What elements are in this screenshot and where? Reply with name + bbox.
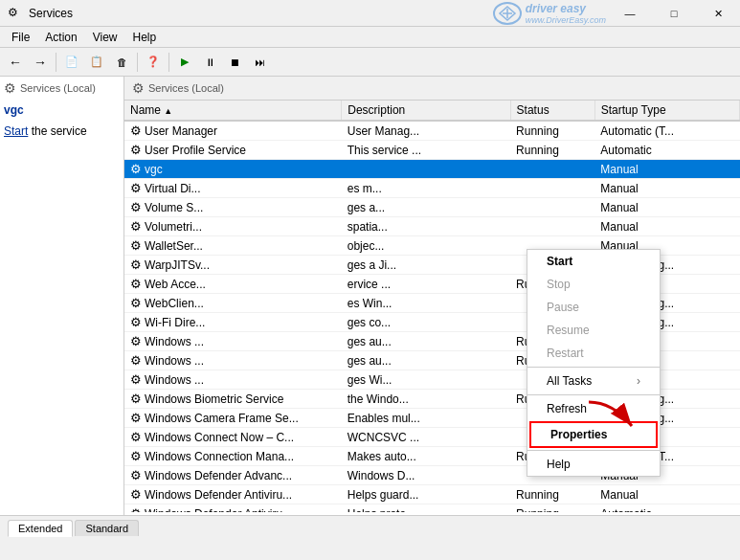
main-content: ⚙ Services (Local) vgc Start the service… bbox=[0, 77, 740, 515]
left-panel-title: Services (Local) bbox=[20, 82, 96, 94]
service-gear-icon: ⚙ bbox=[130, 411, 142, 425]
minimize-button[interactable]: — bbox=[608, 0, 652, 27]
export-button[interactable]: 🗑 bbox=[110, 51, 133, 74]
service-name-cell: ⚙Wi-Fi Dire... bbox=[124, 313, 342, 332]
context-menu-item-all-tasks[interactable]: All Tasks› bbox=[527, 370, 660, 392]
service-status-cell bbox=[510, 179, 594, 198]
context-menu-sep-7 bbox=[527, 394, 660, 395]
service-desc-cell: es Win... bbox=[342, 294, 510, 313]
table-row[interactable]: ⚙User ManagerUser Manag...RunningAutomat… bbox=[124, 121, 740, 141]
service-name-cell: ⚙Windows Defender Antiviru... bbox=[124, 485, 342, 504]
service-desc-cell: This service ... bbox=[342, 141, 510, 160]
start-service-button[interactable]: ▶ bbox=[173, 51, 196, 74]
forward-button[interactable]: → bbox=[29, 51, 52, 74]
service-gear-icon: ⚙ bbox=[130, 392, 142, 406]
service-startup-cell: Manual bbox=[594, 485, 739, 504]
back-button[interactable]: ← bbox=[4, 51, 27, 74]
table-row[interactable]: ⚙Virtual Di...es m...Manual bbox=[124, 179, 740, 198]
table-row[interactable]: ⚙User Profile ServiceThis service ...Run… bbox=[124, 141, 740, 160]
col-header-status[interactable]: Status bbox=[510, 101, 594, 121]
context-menu-item-help[interactable]: Help bbox=[527, 453, 660, 476]
driveasy-text: driver easy www.DriverEasy.com bbox=[526, 2, 606, 25]
service-gear-icon: ⚙ bbox=[130, 277, 142, 291]
table-row[interactable]: ⚙Volumetri...spatia...Manual bbox=[124, 217, 740, 236]
stop-service-button[interactable]: ⏹ bbox=[223, 51, 246, 74]
service-name-cell: ⚙User Manager bbox=[124, 121, 342, 141]
context-menu-sep-10 bbox=[527, 450, 660, 451]
col-header-desc[interactable]: Description bbox=[342, 101, 510, 121]
help-button[interactable]: ❓ bbox=[142, 51, 165, 74]
service-name-cell: ⚙Windows ... bbox=[124, 351, 342, 370]
menu-view[interactable]: View bbox=[85, 29, 125, 46]
right-panel[interactable]: ⚙ Services (Local) Name ▲ Description St… bbox=[124, 77, 740, 515]
service-gear-icon: ⚙ bbox=[130, 353, 142, 368]
title-bar-text: Services bbox=[29, 7, 73, 20]
service-desc-cell: spatia... bbox=[342, 217, 510, 236]
context-menu-item-resume: Resume bbox=[527, 319, 660, 342]
table-header-row: Name ▲ Description Status Startup Type bbox=[124, 101, 740, 121]
maximize-button[interactable]: □ bbox=[652, 0, 696, 27]
service-gear-icon: ⚙ bbox=[130, 238, 142, 253]
service-status-cell: Running bbox=[510, 141, 594, 160]
service-startup-cell: Manual bbox=[594, 217, 739, 236]
show-console-tree-button[interactable]: 📄 bbox=[60, 51, 83, 74]
service-gear-icon: ⚙ bbox=[130, 162, 142, 176]
submenu-arrow-icon: › bbox=[637, 374, 640, 388]
pause-service-button[interactable]: ⏸ bbox=[198, 51, 221, 74]
service-startup-cell: Manual bbox=[594, 160, 739, 179]
menu-bar: File Action View Help bbox=[0, 27, 740, 48]
service-status-cell: Running bbox=[510, 121, 594, 141]
service-gear-icon: ⚙ bbox=[130, 219, 142, 234]
service-name-cell: ⚙vgc bbox=[124, 160, 342, 179]
tab-extended[interactable]: Extended bbox=[8, 520, 73, 537]
service-name-cell: ⚙Volume S... bbox=[124, 198, 342, 217]
menu-action[interactable]: Action bbox=[37, 29, 84, 46]
service-name-cell: ⚙Windows Defender Antiviru... bbox=[124, 504, 342, 513]
table-row[interactable]: ⚙vgcManual bbox=[124, 160, 740, 179]
context-menu-item-start[interactable]: Start bbox=[527, 250, 660, 273]
service-desc-cell: Enables mul... bbox=[342, 409, 510, 428]
service-name-cell: ⚙Windows ... bbox=[124, 370, 342, 390]
service-name-cell: ⚙Windows Biometric Service bbox=[124, 390, 342, 409]
service-status-cell: Running bbox=[510, 485, 594, 504]
bottom-tabs: Extended Standard bbox=[0, 515, 740, 536]
service-name-cell: ⚙WebClien... bbox=[124, 294, 342, 313]
arrow-indicator bbox=[584, 397, 641, 438]
right-panel-title: Services (Local) bbox=[148, 82, 224, 94]
table-row[interactable]: ⚙Windows Defender Antiviru...Helps guard… bbox=[124, 485, 740, 504]
service-startup-cell: Manual bbox=[594, 179, 739, 198]
service-gear-icon: ⚙ bbox=[130, 430, 142, 444]
menu-help[interactable]: Help bbox=[125, 29, 165, 46]
table-row[interactable]: ⚙Volume S...ges a...Manual bbox=[124, 198, 740, 217]
service-desc-cell: Helps guard... bbox=[342, 485, 510, 504]
service-desc-cell: ges a Ji... bbox=[342, 256, 510, 275]
title-bar-controls: — □ ✕ bbox=[608, 0, 740, 27]
service-gear-icon: ⚙ bbox=[130, 334, 142, 348]
service-name-cell: ⚙Virtual Di... bbox=[124, 179, 342, 198]
service-desc-cell bbox=[342, 160, 510, 179]
start-link[interactable]: Start bbox=[4, 124, 28, 138]
service-name-cell: ⚙Windows Connect Now – C... bbox=[124, 428, 342, 447]
menu-file[interactable]: File bbox=[4, 29, 37, 46]
service-name-cell: ⚙Windows ... bbox=[124, 332, 342, 351]
service-name-cell: ⚙Windows Connection Mana... bbox=[124, 447, 342, 466]
col-header-startup[interactable]: Startup Type bbox=[594, 101, 739, 121]
service-gear-icon: ⚙ bbox=[130, 181, 142, 195]
service-desc-cell: WCNCSVC ... bbox=[342, 428, 510, 447]
service-desc-cell: objec... bbox=[342, 236, 510, 256]
service-name-cell: ⚙WarpJITSv... bbox=[124, 256, 342, 275]
service-gear-icon: ⚙ bbox=[130, 200, 142, 214]
right-panel-header: ⚙ Services (Local) bbox=[124, 77, 740, 101]
tab-standard[interactable]: Standard bbox=[75, 520, 139, 536]
up-button[interactable]: 📋 bbox=[85, 51, 108, 74]
toolbar-sep-1 bbox=[56, 53, 56, 72]
close-button[interactable]: ✕ bbox=[696, 0, 740, 27]
service-desc-cell: Helps prote... bbox=[342, 504, 510, 513]
service-gear-icon: ⚙ bbox=[130, 372, 142, 387]
table-row[interactable]: ⚙Windows Defender Antiviru...Helps prote… bbox=[124, 504, 740, 513]
col-header-name[interactable]: Name ▲ bbox=[124, 101, 342, 121]
service-desc-cell: ges au... bbox=[342, 351, 510, 370]
service-gear-icon: ⚙ bbox=[130, 143, 142, 157]
restart-service-button[interactable]: ⏭ bbox=[248, 51, 271, 74]
start-service-action: Start the service bbox=[4, 124, 120, 138]
